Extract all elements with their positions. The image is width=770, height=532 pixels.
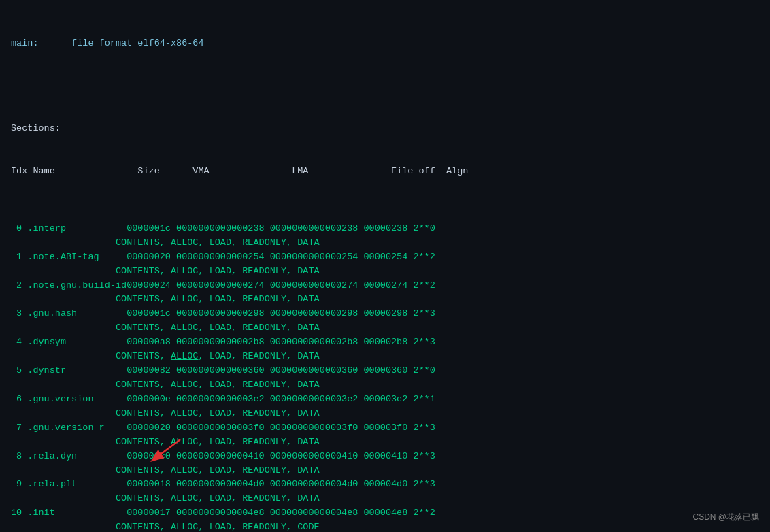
section-flags: CONTENTS, ALLOC, LOAD, READONLY, DATA xyxy=(11,378,759,393)
section-flags: CONTENTS, ALLOC, LOAD, READONLY, DATA xyxy=(11,293,759,307)
section-flags: CONTENTS, ALLOC, LOAD, READONLY, DATA xyxy=(11,236,759,250)
sections-label: Sections: xyxy=(11,122,759,136)
section-flags: CONTENTS, ALLOC, LOAD, READONLY, DATA xyxy=(11,265,759,279)
section-row: 8 .rela.dyn 000000c0 0000000000000410 00… xyxy=(11,450,759,464)
section-row: 6 .gnu.version 0000000e 00000000000003e2… xyxy=(11,393,759,407)
watermark-text: CSDN @花落已飘 xyxy=(692,511,759,524)
section-row: 2 .note.gnu.build-id00000024 00000000000… xyxy=(11,279,759,293)
section-row: 3 .gnu.hash 0000001c 0000000000000298 00… xyxy=(11,307,759,321)
section-flags: CONTENTS, ALLOC, LOAD, READONLY, DATA xyxy=(11,492,759,506)
section-flags: CONTENTS, ALLOC, LOAD, READONLY, CODE xyxy=(11,520,759,532)
section-row: 0 .interp 0000001c 0000000000000238 0000… xyxy=(11,222,759,236)
section-row: 10 .init 00000017 00000000000004e8 00000… xyxy=(11,506,759,520)
terminal-output: main: file format elf64-x86-64 Sections:… xyxy=(11,8,759,532)
section-row: 9 .rela.plt 00000018 00000000000004d0 00… xyxy=(11,478,759,492)
section-row: 4 .dynsym 000000a8 00000000000002b8 0000… xyxy=(11,335,759,350)
section-flags: CONTENTS, ALLOC, LOAD, READONLY, DATA xyxy=(11,321,759,335)
section-flags: CONTENTS, ALLOC, LOAD, READONLY, DATA xyxy=(11,407,759,421)
section-flags: CONTENTS, ALLOC, LOAD, READONLY, DATA xyxy=(11,435,759,450)
section-flags: CONTENTS, ALLOC, LOAD, READONLY, DATA xyxy=(11,464,759,478)
section-flags: CONTENTS, ALLOC, LOAD, READONLY, DATA xyxy=(11,350,759,364)
section-row: 7 .gnu.version_r 00000020 00000000000003… xyxy=(11,421,759,435)
section-row: 5 .dynstr 00000082 0000000000000360 0000… xyxy=(11,364,759,378)
section-row: 1 .note.ABI-tag 00000020 000000000000025… xyxy=(11,250,759,265)
sections-table: 0 .interp 0000001c 0000000000000238 0000… xyxy=(11,222,759,532)
column-headers: Idx Name Size VMA LMA File off Algn xyxy=(11,165,759,179)
header-line: main: file format elf64-x86-64 xyxy=(11,37,759,51)
